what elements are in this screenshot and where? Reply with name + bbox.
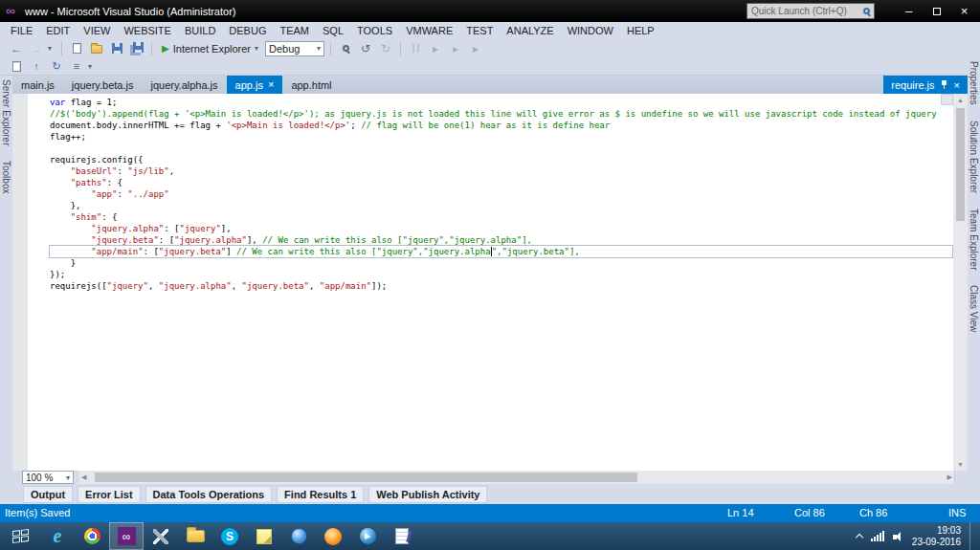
- close-icon[interactable]: ×: [954, 79, 960, 91]
- network-icon[interactable]: [871, 531, 884, 541]
- show-desktop-button[interactable]: [969, 522, 976, 550]
- close-icon[interactable]: ×: [268, 79, 274, 90]
- navigation-dropdown-icon[interactable]: ▾: [48, 44, 56, 53]
- panel-tab-error-list[interactable]: Error List: [78, 486, 141, 503]
- start-debugging-button[interactable]: ▶ Internet Explorer ▾: [158, 40, 262, 56]
- panel-tab-output[interactable]: Output: [23, 486, 73, 503]
- code-line[interactable]: },: [50, 200, 952, 211]
- panel-tab-find-results-1[interactable]: Find Results 1: [277, 486, 364, 503]
- scroll-down-icon[interactable]: ▼: [957, 458, 964, 471]
- breakpoint-margin[interactable]: [12, 94, 28, 471]
- code-line[interactable]: "jquery.alpha": ["jquery"],: [50, 223, 952, 234]
- navigate-forward-icon[interactable]: →: [28, 40, 45, 56]
- title-bar[interactable]: ∞ www - Microsoft Visual Studio (Adminis…: [0, 0, 980, 22]
- scroll-right-icon[interactable]: ▶: [947, 473, 952, 481]
- code-line[interactable]: "paths": {: [50, 177, 952, 188]
- internet-icon[interactable]: [281, 522, 316, 550]
- open-file-icon[interactable]: [88, 40, 105, 56]
- menu-view[interactable]: VIEW: [77, 25, 117, 36]
- code-line[interactable]: "app/main": ["jquery.beta"] // We can wr…: [50, 246, 952, 257]
- menu-analyze[interactable]: ANALYZE: [500, 25, 560, 36]
- menu-edit[interactable]: EDIT: [39, 25, 77, 36]
- code-line[interactable]: "shim": {: [50, 211, 952, 223]
- break-all-icon[interactable]: [407, 40, 424, 56]
- tab-app-js[interactable]: app.js×: [227, 76, 283, 94]
- horizontal-scrollbar[interactable]: ◀ ▶: [79, 471, 954, 484]
- vertical-scrollbar[interactable]: ▲ ▼: [953, 94, 968, 471]
- right-strip-team-explorer[interactable]: Team Explorer: [969, 209, 979, 270]
- step-into-icon[interactable]: ▸: [427, 40, 444, 56]
- quick-launch-input[interactable]: Quick Launch (Ctrl+Q): [746, 3, 875, 19]
- code-editor[interactable]: var flag = 1;//$('body').append(flag + '…: [12, 94, 968, 471]
- code-line[interactable]: requirejs.config({: [50, 154, 952, 165]
- show-hidden-icons-icon[interactable]: [856, 534, 863, 541]
- skype-icon[interactable]: [212, 522, 247, 550]
- left-strip-server-explorer[interactable]: Server Explorer: [1, 79, 11, 145]
- code-line[interactable]: }: [50, 257, 952, 269]
- vertical-scrollbar-thumb[interactable]: [956, 108, 965, 221]
- menu-test[interactable]: TEST: [459, 25, 500, 36]
- preview-tab-require-js[interactable]: require.js ×: [883, 76, 968, 94]
- menu-debug[interactable]: DEBUG: [222, 25, 273, 36]
- panel-tab-web-publish-activity[interactable]: Web Publish Activity: [368, 486, 487, 503]
- close-button[interactable]: ×: [950, 0, 978, 22]
- media-player-icon[interactable]: [350, 522, 385, 550]
- scroll-up-icon[interactable]: ▲: [957, 94, 964, 106]
- publish-web-icon[interactable]: ↑: [28, 58, 45, 75]
- undo-icon[interactable]: ↺: [357, 40, 374, 56]
- file-explorer-icon[interactable]: [178, 522, 212, 550]
- code-line[interactable]: requirejs(["jquery", "jquery.alpha", "jq…: [50, 280, 952, 292]
- refresh-icon[interactable]: ↻: [48, 58, 65, 75]
- maximize-button[interactable]: [923, 0, 950, 22]
- sticky-notes-icon[interactable]: [247, 522, 281, 550]
- list-members-icon[interactable]: ≡: [68, 58, 85, 75]
- menu-website[interactable]: WEBSITE: [117, 25, 178, 36]
- right-strip-properties[interactable]: Properties: [969, 61, 979, 105]
- find-icon[interactable]: [337, 40, 354, 56]
- minimize-button[interactable]: –: [895, 0, 923, 22]
- code-line[interactable]: flag++;: [50, 131, 952, 143]
- menu-window[interactable]: WINDOW: [561, 25, 620, 36]
- menu-vmware[interactable]: VMWARE: [399, 25, 459, 36]
- tab-main-js[interactable]: main.js: [12, 76, 63, 94]
- menu-team[interactable]: TEAM: [273, 25, 316, 36]
- internet-explorer-icon[interactable]: [40, 522, 75, 550]
- scroll-left-icon[interactable]: ◀: [81, 473, 86, 481]
- taskbar-clock[interactable]: 19:03 23-09-2016: [912, 525, 961, 548]
- toolbar-options-dropdown-icon[interactable]: ▾: [88, 62, 96, 71]
- save-all-icon[interactable]: [128, 40, 145, 56]
- menu-build[interactable]: BUILD: [178, 25, 222, 36]
- navigate-back-icon[interactable]: ←: [8, 40, 25, 56]
- web-page-icon[interactable]: [8, 58, 25, 75]
- admin-tools-icon[interactable]: [144, 522, 178, 550]
- code-line[interactable]: [50, 143, 952, 154]
- horizontal-scrollbar-thumb[interactable]: [95, 473, 637, 482]
- firefox-icon[interactable]: [316, 522, 350, 550]
- code-line[interactable]: //$('body').append(flag + '<p>Main is lo…: [50, 108, 952, 120]
- step-out-icon[interactable]: ▸: [467, 40, 484, 56]
- code-line[interactable]: document.body.innerHTML += flag + '<p>Ma…: [50, 120, 952, 131]
- new-file-icon[interactable]: [68, 40, 85, 56]
- code-line[interactable]: "jquery.beta": ["jquery.alpha"], // We c…: [50, 234, 952, 246]
- menu-file[interactable]: FILE: [4, 25, 39, 36]
- solution-configuration-select[interactable]: Debug ▾: [265, 41, 324, 56]
- start-button[interactable]: [0, 522, 40, 550]
- zoom-select[interactable]: 100 % ▾: [22, 471, 74, 484]
- code-line[interactable]: "app": "../app": [50, 188, 952, 200]
- right-strip-solution-explorer[interactable]: Solution Explorer: [969, 121, 979, 193]
- save-icon[interactable]: [108, 40, 125, 56]
- split-handle[interactable]: [941, 94, 953, 105]
- menu-tools[interactable]: TOOLS: [350, 25, 399, 36]
- code-line[interactable]: var flag = 1;: [50, 97, 952, 108]
- right-strip-class-view[interactable]: Class View: [969, 285, 979, 332]
- pin-icon[interactable]: [941, 80, 948, 90]
- code-line[interactable]: "baseUrl": "js/lib",: [50, 165, 952, 177]
- redo-icon[interactable]: ↻: [377, 40, 394, 56]
- menu-help[interactable]: HELP: [620, 25, 661, 36]
- left-strip-toolbox[interactable]: Toolbox: [1, 161, 11, 193]
- tab-jquery-beta-js[interactable]: jquery.beta.js: [63, 76, 143, 94]
- step-over-icon[interactable]: ▸: [447, 40, 464, 56]
- menu-sql[interactable]: SQL: [316, 25, 350, 36]
- chrome-icon[interactable]: [75, 522, 109, 550]
- code-area[interactable]: var flag = 1;//$('body').append(flag + '…: [50, 97, 952, 471]
